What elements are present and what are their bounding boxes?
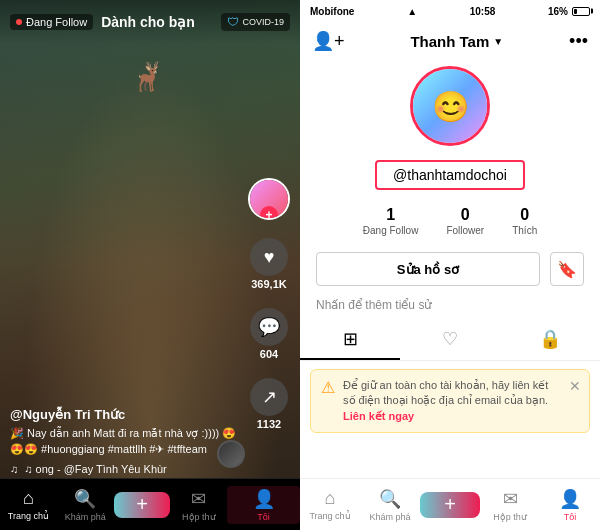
alert-close-button[interactable]: ✕ (569, 378, 581, 394)
left-nav-create[interactable]: + (114, 492, 171, 518)
right-nav-profile[interactable]: 👤 Tôi (540, 488, 600, 522)
inbox-icon: ✉ (191, 488, 206, 510)
heart-tab-icon: ♡ (442, 328, 458, 350)
left-bottom-nav: ⌂ Trang chủ 🔍 Khám phá + ✉ Hộp thư 👤 Tôi (0, 478, 300, 530)
follower-stat-label: Follower (446, 225, 484, 236)
left-nav-profile[interactable]: 👤 Tôi (227, 486, 300, 524)
for-you-label[interactable]: Dành cho bạn (101, 14, 195, 30)
comment-action[interactable]: 💬 604 (250, 308, 288, 360)
profile-icon: 👤 (253, 488, 275, 510)
heart-icon: ♥ (250, 238, 288, 276)
tab-grid[interactable]: ⊞ (300, 320, 400, 360)
covid-label: COVID-19 (242, 17, 284, 27)
status-right: 16% (548, 6, 590, 17)
follow-plus-button[interactable]: + (260, 206, 278, 220)
deer-decoration: 🦌 (130, 60, 165, 93)
music-text: ♫ ong - @Fay Tình Yêu Khùr (24, 463, 167, 475)
right-bottom-nav: ⌂ Trang chủ 🔍 Khám phá + ✉ Hộp thư 👤 Tôi (300, 478, 600, 530)
tab-private[interactable]: 🔒 (500, 320, 600, 360)
music-note-icon: ♫ (10, 463, 18, 475)
security-alert-banner: ⚠ Để giữ an toàn cho tài khoản, hãy liên… (310, 369, 590, 433)
username-box: @thanhtamdochoi (375, 160, 525, 190)
bookmark-button[interactable]: 🔖 (550, 252, 584, 286)
profile-tabs: ⊞ ♡ 🔒 (300, 320, 600, 361)
music-bar[interactable]: ♫ ♫ ong - @Fay Tình Yêu Khùr (10, 463, 240, 475)
left-nav-explore[interactable]: 🔍 Khám phá (57, 488, 114, 522)
following-stat-label: Đang Follow (363, 225, 419, 236)
stats-row: 1 Đang Follow 0 Follower 0 Thích (300, 198, 600, 244)
r-inbox-label: Hộp thư (493, 512, 527, 522)
more-options-icon[interactable]: ••• (569, 31, 588, 52)
video-caption-line1: 🎉 Nay dẫn anh Matt đi ra mắt nhà vợ :)))… (10, 426, 240, 441)
alert-link-button[interactable]: Liên kết ngay (343, 410, 414, 422)
warning-icon: ⚠ (321, 378, 335, 397)
right-nav-inbox[interactable]: ✉ Hộp thư (480, 488, 540, 522)
covid-badge: 🛡 COVID-19 (221, 13, 290, 31)
following-number: 1 (386, 206, 395, 224)
edit-profile-button[interactable]: Sửa hồ sơ (316, 252, 540, 286)
r-profile-icon: 👤 (559, 488, 581, 510)
right-nav-explore[interactable]: 🔍 Khám phá (360, 488, 420, 522)
wifi-icon: ▲ (407, 6, 417, 17)
like-action[interactable]: ♥ 369,1K (250, 238, 288, 290)
left-top-bar: Đang Follow Dành cho bạn 🛡 COVID-19 (0, 0, 300, 44)
r-home-label: Trang chủ (309, 511, 350, 521)
video-feed-panel: 🦌 Đang Follow Dành cho bạn 🛡 COVID-19 + … (0, 0, 300, 530)
carrier-label: Mobifone (310, 6, 354, 17)
avatar-section: 😊 (300, 60, 600, 152)
profile-panel: Mobifone ▲ 10:58 16% 👤+ Thanh Tam ▼ ••• … (300, 0, 600, 530)
home-label: Trang chủ (8, 511, 49, 521)
bookmark-icon: 🔖 (557, 260, 577, 279)
following-badge[interactable]: Đang Follow (10, 14, 93, 30)
profile-title-container: Thanh Tam ▼ (410, 33, 503, 50)
likes-stat-label: Thích (512, 225, 537, 236)
profile-label: Tôi (257, 512, 270, 522)
shield-icon: 🛡 (227, 15, 239, 29)
avatar-action[interactable]: + (248, 178, 290, 220)
add-description-hint[interactable]: Nhấn để thêm tiểu sử (300, 294, 600, 320)
create-plus-icon: + (136, 493, 148, 516)
battery-percentage: 16% (548, 6, 568, 17)
r-home-icon: ⌂ (325, 488, 336, 509)
header-icons: ••• (569, 31, 588, 52)
left-nav-inbox[interactable]: ✉ Hộp thư (170, 488, 227, 522)
right-nav-create[interactable]: + (420, 492, 480, 518)
video-caption-line2: 😍😍 #huonggiang #mattllh #✈ #tffteam (10, 442, 240, 457)
inbox-label: Hộp thư (182, 512, 216, 522)
r-create-icon: + (444, 493, 456, 516)
time-display: 10:58 (470, 6, 496, 17)
comment-icon: 💬 (250, 308, 288, 346)
chevron-down-icon[interactable]: ▼ (493, 36, 503, 47)
explore-icon: 🔍 (74, 488, 96, 510)
r-explore-label: Khám phá (369, 512, 410, 522)
share-count: 1132 (257, 418, 281, 430)
right-nav-home[interactable]: ⌂ Trang chủ (300, 488, 360, 521)
video-info: @Nguyễn Tri Thức 🎉 Nay dẫn anh Matt đi r… (10, 407, 240, 475)
r-explore-icon: 🔍 (379, 488, 401, 510)
r-profile-label: Tôi (564, 512, 577, 522)
add-friend-icon[interactable]: 👤+ (312, 30, 345, 52)
username-section: @thanhtamdochoi (300, 152, 600, 198)
explore-label: Khám phá (65, 512, 106, 522)
profile-header: 👤+ Thanh Tam ▼ ••• (300, 22, 600, 60)
buttons-row: Sửa hồ sơ 🔖 (300, 244, 600, 294)
status-bar: Mobifone ▲ 10:58 16% (300, 0, 600, 22)
follower-stat[interactable]: 0 Follower (446, 206, 484, 236)
tab-liked[interactable]: ♡ (400, 320, 500, 360)
video-username[interactable]: @Nguyễn Tri Thức (10, 407, 240, 422)
left-nav-home[interactable]: ⌂ Trang chủ (0, 488, 57, 521)
comment-count: 604 (260, 348, 278, 360)
avatar-image: 😊 (413, 69, 487, 143)
following-label: Đang Follow (26, 16, 87, 28)
battery-fill (574, 9, 577, 14)
battery-icon (572, 7, 590, 16)
video-action-buttons: + ♥ 369,1K 💬 604 ↗ 1132 (248, 178, 290, 430)
alert-message-text: Để giữ an toàn cho tài khoản, hãy liên k… (343, 378, 561, 424)
creator-avatar: + (248, 178, 290, 220)
alert-message: Để giữ an toàn cho tài khoản, hãy liên k… (343, 379, 548, 406)
likes-stat[interactable]: 0 Thích (512, 206, 537, 236)
lock-icon: 🔒 (539, 328, 561, 350)
share-action[interactable]: ↗ 1132 (250, 378, 288, 430)
following-stat[interactable]: 1 Đang Follow (363, 206, 419, 236)
likes-number: 0 (520, 206, 529, 224)
